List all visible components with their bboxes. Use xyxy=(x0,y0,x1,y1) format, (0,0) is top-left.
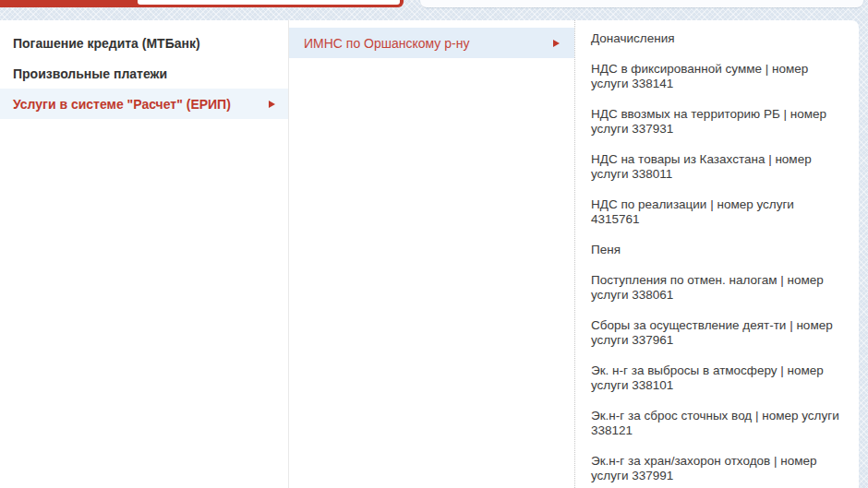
service-item-line: услуги 338011 xyxy=(591,167,844,182)
sidebar-item-label: Произвольные платежи xyxy=(13,66,167,81)
service-item-nds-fixed[interactable]: НДС в фиксированной сумме | номер услуги… xyxy=(591,62,844,91)
right-triangle-icon xyxy=(269,101,275,108)
service-item-line: НДС по реализации | номер услуги xyxy=(591,197,844,212)
active-category-tab[interactable] xyxy=(0,0,404,7)
sidebar-item-credit-repayment[interactable]: Погашение кредита (МТБанк) xyxy=(0,28,288,58)
service-item-line: Эк.н-г за сброс сточных вод | номер услу… xyxy=(591,409,844,423)
service-item-donachisleniya[interactable]: Доначисления xyxy=(591,31,844,46)
services-list: Доначисления НДС в фиксированной сумме |… xyxy=(575,20,859,488)
service-item-ecolog-sbros[interactable]: Эк.н-г за сброс сточных вод | номер услу… xyxy=(591,409,844,438)
right-triangle-icon xyxy=(553,40,560,47)
service-item-nds-realization[interactable]: НДС по реализации | номер услуги 4315761 xyxy=(591,197,844,227)
submenu-item-imns-orshansky[interactable]: ИМНС по Оршанскому р-ну xyxy=(289,28,574,58)
service-item-line: НДС на товары из Казахстана | номер xyxy=(591,152,844,167)
service-item-line: услуги 337961 xyxy=(591,333,844,348)
payments-page: { "header": { "search": { "value": "" } … xyxy=(0,0,868,488)
service-item-line: услуги 338101 xyxy=(591,378,844,393)
service-item-line: Доначисления xyxy=(591,31,844,46)
service-item-line: Эк. н-г за выбросы в атмосферу | номер xyxy=(591,363,844,378)
service-item-line: НДС ввозмых на территорию РБ | номер xyxy=(591,107,844,122)
service-item-line: услуги 338141 xyxy=(591,77,844,91)
service-item-postupleniya-otmen[interactable]: Поступления по отмен. налогам | номер ус… xyxy=(591,273,844,303)
service-item-line: Сборы за осуществление деят-ти | номер xyxy=(591,318,844,333)
payments-panel: Погашение кредита (МТБанк) Произвольные … xyxy=(0,20,859,488)
service-item-nds-kazakhstan[interactable]: НДС на товары из Казахстана | номер услу… xyxy=(591,152,844,182)
sidebar-item-label: Услуги в системе "Расчет" (ЕРИП) xyxy=(13,97,231,112)
service-item-penya[interactable]: Пеня xyxy=(591,243,844,257)
search-input[interactable] xyxy=(138,0,400,5)
submenu-item-label: ИМНС по Оршанскому р-ну xyxy=(304,36,469,51)
service-item-line: Пеня xyxy=(591,243,844,257)
service-item-nds-import-rb[interactable]: НДС ввозмых на территорию РБ | номер усл… xyxy=(591,107,844,137)
service-item-line: 4315761 xyxy=(591,212,844,227)
service-item-line: услуги 337931 xyxy=(591,122,844,137)
service-item-ecolog-vybrosy[interactable]: Эк. н-г за выбросы в атмосферу | номер у… xyxy=(591,363,844,393)
service-item-line: услуги 337991 xyxy=(591,469,844,483)
service-item-line: Эк.н-г за хран/захорон отходов | номер xyxy=(591,454,844,469)
service-item-sbory-deyat[interactable]: Сборы за осуществление деят-ти | номер у… xyxy=(591,318,844,348)
category-menu: Погашение кредита (МТБанк) Произвольные … xyxy=(0,20,289,488)
sidebar-item-erip-services[interactable]: Услуги в системе "Расчет" (ЕРИП) xyxy=(0,89,288,119)
service-item-ecolog-othody[interactable]: Эк.н-г за хран/захорон отходов | номер у… xyxy=(591,454,844,483)
subcategory-menu: ИМНС по Оршанскому р-ну xyxy=(289,20,575,488)
sidebar-item-label: Погашение кредита (МТБанк) xyxy=(13,36,200,51)
secondary-header-panel xyxy=(420,0,863,7)
service-item-line: 338121 xyxy=(591,423,844,438)
service-item-line: НДС в фиксированной сумме | номер xyxy=(591,62,844,77)
service-item-line: Поступления по отмен. налогам | номер xyxy=(591,273,844,288)
service-item-line: услуги 338061 xyxy=(591,288,844,303)
sidebar-item-arbitrary-payments[interactable]: Произвольные платежи xyxy=(0,58,288,89)
